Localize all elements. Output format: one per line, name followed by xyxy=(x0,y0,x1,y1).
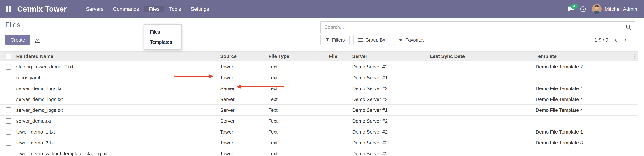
cell-file[interactable] xyxy=(328,115,351,126)
cell-server[interactable]: Demo Server #1 xyxy=(351,105,429,115)
activity-clock-icon[interactable] xyxy=(580,6,586,12)
table-row[interactable]: server_demo.txtServerTextDemo Server #2 xyxy=(0,115,638,126)
messages-icon[interactable]: 4 xyxy=(568,6,574,12)
cell-file[interactable] xyxy=(328,61,351,72)
cell-rendered-name[interactable]: tower_demo_3.txt xyxy=(15,137,219,148)
cell-file-type[interactable]: Text xyxy=(268,72,328,83)
cell-server[interactable]: Demo Server #2 xyxy=(351,148,429,156)
cell-template[interactable]: Demo File Template 1 xyxy=(534,126,632,137)
column-header-source[interactable]: Source xyxy=(219,51,268,61)
cell-file[interactable] xyxy=(328,126,351,137)
menu-tools[interactable]: Tools xyxy=(164,6,186,12)
cell-rendered-name[interactable]: tower_demo_without_template_staging.txt xyxy=(15,148,219,156)
group-by-button[interactable]: Group By xyxy=(353,35,390,45)
row-checkbox[interactable] xyxy=(6,118,11,124)
optional-columns-icon[interactable]: ⋮ xyxy=(632,53,638,59)
row-checkbox[interactable] xyxy=(6,107,11,113)
table-row[interactable]: tower_demo_3.txtTowerTextDemo Server #2D… xyxy=(0,137,638,148)
cell-file-type[interactable]: Text xyxy=(268,83,328,94)
cell-file[interactable] xyxy=(328,137,351,148)
cell-last-sync-date[interactable] xyxy=(429,94,534,105)
cell-file-type[interactable]: Text xyxy=(268,61,328,72)
column-header-template[interactable]: Template xyxy=(534,51,632,61)
cell-server[interactable]: Demo Server #2 xyxy=(351,137,429,148)
table-row[interactable]: tower_demo_without_template_staging.txtT… xyxy=(0,148,638,156)
cell-last-sync-date[interactable] xyxy=(429,148,534,156)
cell-server[interactable]: Demo Server #2 xyxy=(351,126,429,137)
cell-server[interactable]: Demo Server #1 xyxy=(351,72,429,83)
cell-rendered-name[interactable]: server_demo.txt xyxy=(15,115,219,126)
favorites-button[interactable]: ★ Favorites xyxy=(394,35,430,45)
export-button[interactable] xyxy=(32,35,44,45)
menu-servers[interactable]: Servers xyxy=(81,6,108,12)
cell-source[interactable]: Tower xyxy=(219,148,268,156)
app-brand[interactable]: Cetmix Tower xyxy=(17,5,67,13)
cell-file[interactable] xyxy=(328,72,351,83)
menu-settings[interactable]: Settings xyxy=(186,6,214,12)
menu-commands[interactable]: Commands xyxy=(108,6,144,12)
cell-source[interactable]: Tower xyxy=(219,61,268,72)
cell-source[interactable]: Tower xyxy=(219,72,268,83)
row-checkbox[interactable] xyxy=(6,86,11,91)
cell-last-sync-date[interactable] xyxy=(429,83,534,94)
cell-file-type[interactable]: Text xyxy=(268,115,328,126)
create-button[interactable]: Create xyxy=(5,35,30,45)
cell-last-sync-date[interactable] xyxy=(429,72,534,83)
cell-rendered-name[interactable]: server_demo_logs.txt xyxy=(15,83,219,94)
table-row[interactable]: tower_demo_1.txtTowerTextDemo Server #2D… xyxy=(0,126,638,137)
cell-file[interactable] xyxy=(328,94,351,105)
row-checkbox[interactable] xyxy=(6,75,11,80)
cell-template[interactable]: Demo File Template 3 xyxy=(534,137,632,148)
pager-previous-icon[interactable]: ‹ xyxy=(614,36,618,43)
dropdown-item-templates[interactable]: Templates xyxy=(144,37,181,47)
row-checkbox[interactable] xyxy=(6,140,11,146)
cell-file-type[interactable]: Text xyxy=(268,105,328,115)
search-input[interactable] xyxy=(321,24,622,30)
cell-last-sync-date[interactable] xyxy=(429,126,534,137)
cell-rendered-name[interactable]: repos.yaml xyxy=(15,72,219,83)
filters-button[interactable]: Filters xyxy=(320,35,350,45)
table-row[interactable]: staging_tower_demo_2.txtTowerTextDemo Se… xyxy=(0,61,638,72)
cell-last-sync-date[interactable] xyxy=(429,61,534,72)
cell-file-type[interactable]: Text xyxy=(268,126,328,137)
cell-source[interactable]: Server xyxy=(219,115,268,126)
cell-server[interactable]: Demo Server #2 xyxy=(351,61,429,72)
cell-template[interactable] xyxy=(534,72,632,83)
table-row[interactable]: server_demo_logs.txtServerTextDemo Serve… xyxy=(0,83,638,94)
cell-rendered-name[interactable]: tower_demo_1.txt xyxy=(15,126,219,137)
cell-server[interactable]: Demo Server #2 xyxy=(351,83,429,94)
cell-last-sync-date[interactable] xyxy=(429,137,534,148)
cell-template[interactable] xyxy=(534,115,632,126)
table-row[interactable]: server_demo_logs.txtServerTextDemo Serve… xyxy=(0,94,638,105)
cell-source[interactable]: Tower xyxy=(219,137,268,148)
cell-file-type[interactable]: Text xyxy=(268,148,328,156)
column-header-last-sync-date[interactable]: Last Sync Date xyxy=(429,51,534,61)
table-row[interactable]: server_demo_logs.txtServerTextDemo Serve… xyxy=(0,105,638,115)
cell-source[interactable]: Tower xyxy=(219,126,268,137)
cell-rendered-name[interactable]: staging_tower_demo_2.txt xyxy=(15,61,219,72)
table-row[interactable]: repos.yamlTowerTextDemo Server #1 xyxy=(0,72,638,83)
column-header-file[interactable]: File xyxy=(328,51,351,61)
row-checkbox[interactable] xyxy=(6,129,11,135)
cell-file-type[interactable]: Text xyxy=(268,137,328,148)
cell-server[interactable]: Demo Server #2 xyxy=(351,115,429,126)
row-checkbox[interactable] xyxy=(6,96,11,102)
column-header-file-type[interactable]: File Type xyxy=(268,51,328,61)
column-header-rendered-name[interactable]: Rendered Name xyxy=(15,51,219,61)
cell-file[interactable] xyxy=(328,83,351,94)
cell-file-type[interactable]: Text xyxy=(268,94,328,105)
row-checkbox[interactable] xyxy=(6,64,11,70)
cell-template[interactable]: Demo File Template 4 xyxy=(534,105,632,115)
cell-rendered-name[interactable]: server_demo_logs.txt xyxy=(15,94,219,105)
cell-template[interactable]: Demo File Template 4 xyxy=(534,94,632,105)
cell-file[interactable] xyxy=(328,148,351,156)
column-header-server[interactable]: Server xyxy=(351,51,429,61)
menu-files[interactable]: Files Files Templates xyxy=(144,6,164,12)
cell-template[interactable]: Demo File Template 4 xyxy=(534,83,632,94)
cell-rendered-name[interactable]: server_demo_logs.txt xyxy=(15,105,219,115)
cell-template[interactable]: Demo File Template 2 xyxy=(534,61,632,72)
pager-next-icon[interactable]: › xyxy=(623,36,627,43)
dropdown-item-files[interactable]: Files xyxy=(144,27,181,37)
apps-grid-icon[interactable] xyxy=(6,6,11,12)
cell-file[interactable] xyxy=(328,105,351,115)
